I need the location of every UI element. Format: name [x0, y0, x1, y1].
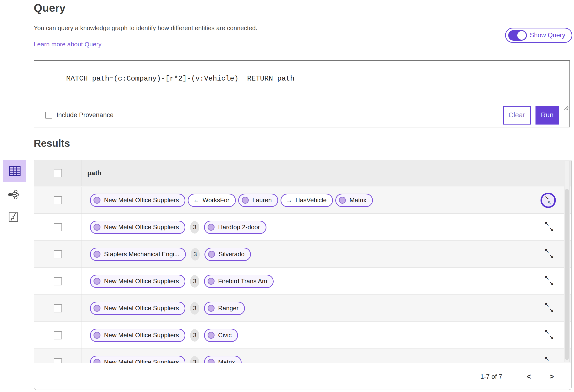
- node-label: New Metal Office Suppliers: [104, 277, 179, 285]
- expand-row-button[interactable]: ↖↘: [544, 221, 556, 233]
- row-tools: ↖↘: [544, 248, 556, 261]
- node-circle-icon: [242, 197, 249, 204]
- row-tools: ↘↖: [540, 193, 556, 208]
- page-title: Query: [34, 1, 65, 14]
- node-pill[interactable]: Ranger: [204, 302, 245, 315]
- include-provenance-option[interactable]: Include Provenance: [45, 111, 114, 119]
- node-circle-icon: [208, 251, 215, 258]
- expand-row-button[interactable]: ↖↘: [544, 329, 556, 341]
- hop-count-badge: 3: [190, 356, 199, 363]
- node-pill[interactable]: New Metal Office Suppliers: [90, 329, 185, 342]
- table-row: Staplers Mechanical Engi...3Silverado↖↘: [34, 241, 571, 268]
- path-cell: New Metal Office Suppliers3Hardtop 2-doo…: [82, 214, 571, 240]
- results-table: path New Metal Office Suppliers←WorksFor…: [34, 160, 572, 390]
- node-circle-icon: [94, 197, 101, 204]
- row-checkbox[interactable]: [54, 250, 62, 258]
- arrow-icon: ↖: [548, 200, 552, 206]
- node-pill[interactable]: Civic: [204, 329, 238, 342]
- node-pill[interactable]: Firebird Trans Am: [204, 275, 274, 288]
- expand-row-button[interactable]: ↖↘: [544, 248, 556, 260]
- node-pill[interactable]: Matrix: [204, 356, 242, 363]
- expand-row-button[interactable]: ↖↘: [544, 356, 556, 363]
- row-checkbox[interactable]: [54, 196, 62, 204]
- hop-count-badge: 3: [190, 329, 199, 342]
- pagination-prev-button[interactable]: <: [523, 371, 534, 382]
- row-checkbox[interactable]: [54, 304, 62, 313]
- learn-more-link[interactable]: Learn more about Query: [34, 41, 102, 48]
- node-label: Ranger: [218, 305, 238, 312]
- row-tools: ↖↘: [544, 221, 556, 234]
- query-input[interactable]: MATCH path=(c:Company)-[r*2]-(v:Vehicle)…: [34, 61, 570, 103]
- edge-label: HasVehicle: [295, 196, 327, 204]
- row-checkbox[interactable]: [54, 277, 62, 285]
- select-all-checkbox[interactable]: [54, 169, 62, 177]
- expand-row-button[interactable]: ↖↘: [544, 275, 556, 287]
- node-pill[interactable]: New Metal Office Suppliers: [90, 302, 185, 315]
- table-row: New Metal Office Suppliers3Civic↖↘: [34, 322, 571, 349]
- row-checkbox-cell: [34, 241, 82, 268]
- row-checkbox-cell: [34, 349, 82, 363]
- node-pill[interactable]: Matrix: [335, 194, 373, 207]
- node-pill[interactable]: Lauren: [238, 194, 278, 207]
- row-checkbox-cell: [34, 295, 82, 321]
- node-pill[interactable]: New Metal Office Suppliers: [90, 221, 185, 234]
- show-query-toggle[interactable]: Show Query: [505, 28, 572, 43]
- include-provenance-label: Include Provenance: [57, 111, 114, 119]
- node-pill[interactable]: Hardtop 2-door: [204, 221, 266, 234]
- collapse-row-button[interactable]: ↘↖: [540, 193, 556, 208]
- arrow-icon: ↘: [549, 253, 554, 260]
- hop-count-badge: 3: [190, 221, 199, 234]
- table-row: New Metal Office Suppliers←WorksForLaure…: [34, 187, 571, 214]
- pagination-next-button[interactable]: >: [546, 371, 557, 382]
- hop-count-badge: 3: [190, 302, 199, 314]
- node-label: Matrix: [349, 196, 366, 204]
- edge-direction-arrow-icon: →: [286, 196, 292, 204]
- node-label: Lauren: [252, 196, 272, 204]
- row-checkbox[interactable]: [54, 331, 62, 339]
- view-switcher-table[interactable]: [3, 160, 26, 182]
- node-pill[interactable]: New Metal Office Suppliers: [90, 194, 185, 207]
- node-pill[interactable]: Silverado: [205, 248, 251, 261]
- scrollbar-thumb[interactable]: [565, 189, 569, 360]
- view-switcher-graph[interactable]: [6, 187, 21, 202]
- arrow-icon: ↘: [549, 361, 554, 363]
- node-label: New Metal Office Suppliers: [104, 196, 179, 204]
- row-tools: ↖↘: [544, 275, 556, 288]
- view-switcher-map[interactable]: [6, 210, 21, 225]
- query-actions-bar: Include Provenance Clear Run: [34, 103, 570, 127]
- table-row: New Metal Office Suppliers3Hardtop 2-doo…: [34, 214, 571, 241]
- row-checkbox[interactable]: [54, 358, 62, 363]
- table-scrollbar[interactable]: [564, 161, 570, 362]
- results-title: Results: [34, 138, 70, 149]
- table-header: path: [34, 160, 571, 186]
- header-checkbox-cell: [34, 160, 82, 186]
- arrow-icon: ↘: [549, 280, 554, 287]
- toggle-switch-icon[interactable]: [508, 30, 527, 41]
- node-circle-icon: [208, 224, 215, 231]
- node-circle-icon: [339, 197, 346, 204]
- node-pill[interactable]: Staplers Mechanical Engi...: [90, 248, 186, 261]
- node-label: Civic: [218, 332, 231, 339]
- row-checkbox[interactable]: [54, 223, 62, 231]
- arrow-icon: ↘: [549, 226, 554, 233]
- node-circle-icon: [94, 224, 101, 231]
- table-row: New Metal Office Suppliers3Firebird Tran…: [34, 268, 571, 295]
- clear-button[interactable]: Clear: [503, 106, 531, 124]
- include-provenance-checkbox[interactable]: [45, 112, 52, 118]
- expand-row-button[interactable]: ↖↘: [544, 302, 556, 314]
- node-label: New Metal Office Suppliers: [104, 305, 179, 312]
- edge-pill[interactable]: ←WorksFor: [188, 194, 236, 207]
- run-button[interactable]: Run: [535, 106, 559, 124]
- edge-pill[interactable]: →HasVehicle: [281, 194, 333, 207]
- node-circle-icon: [208, 305, 215, 312]
- path-cell: New Metal Office Suppliers3Civic: [82, 322, 571, 349]
- node-pill[interactable]: New Metal Office Suppliers: [90, 275, 185, 288]
- row-checkbox-cell: [34, 322, 82, 349]
- graph-view-icon: [8, 190, 19, 200]
- table-pagination: 1-7 of 7 < >: [34, 363, 571, 390]
- path-cell: New Metal Office Suppliers←WorksForLaure…: [82, 187, 571, 214]
- path-cell: New Metal Office Suppliers3Matrix: [82, 349, 571, 363]
- row-checkbox-cell: [34, 268, 82, 294]
- node-pill[interactable]: New Metal Office Suppliers: [90, 356, 185, 363]
- hop-count-badge: 3: [191, 248, 200, 260]
